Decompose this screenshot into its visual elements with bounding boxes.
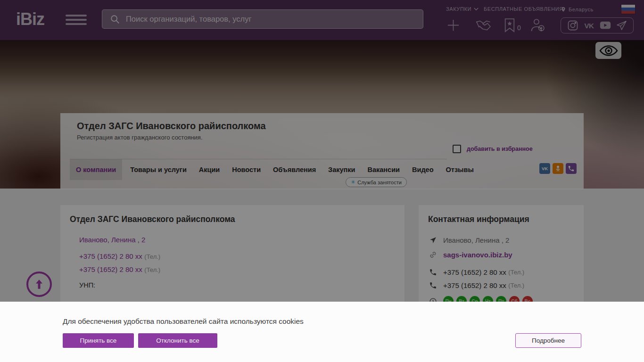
- cookie-more-button[interactable]: Подробнее: [515, 333, 581, 348]
- cookie-decline-button[interactable]: Отклонить все: [138, 333, 217, 348]
- cookie-banner: Для обеспечения удобства пользователей с…: [0, 302, 644, 362]
- cookie-message: Для обеспечения удобства пользователей с…: [63, 317, 304, 326]
- page: iBiz ЗАКУПКИ БЕСПЛАТНЫЕ ОБЪЯВЛЕНИЯ Белар…: [0, 0, 644, 362]
- cookie-accept-button[interactable]: Принять все: [63, 333, 134, 348]
